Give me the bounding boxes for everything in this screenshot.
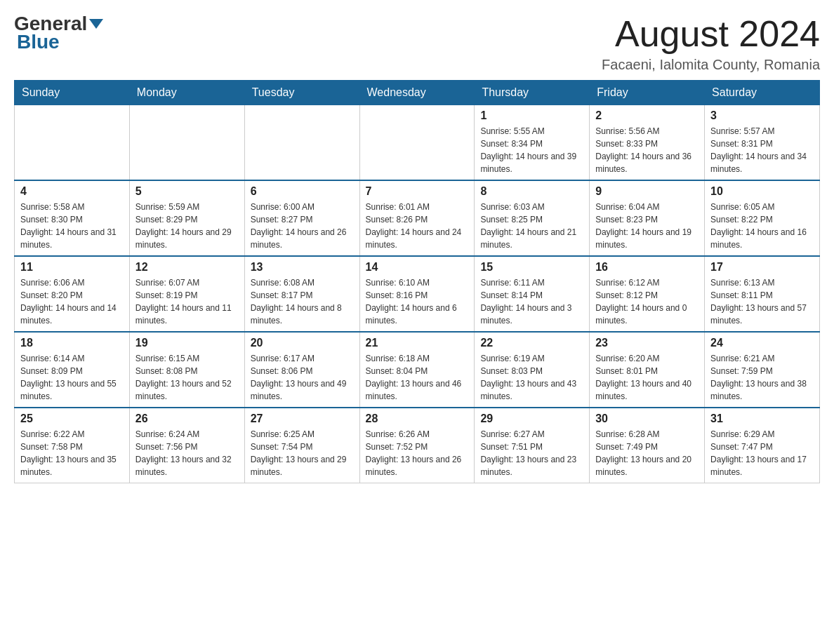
day-info: Sunrise: 6:07 AMSunset: 8:19 PMDaylight:… (135, 276, 239, 327)
day-info: Sunrise: 6:12 AMSunset: 8:12 PMDaylight:… (595, 276, 699, 327)
day-number: 24 (710, 337, 814, 349)
logo-arrow-icon (89, 19, 103, 29)
day-info: Sunrise: 6:06 AMSunset: 8:20 PMDaylight:… (20, 276, 124, 327)
calendar-cell: 7Sunrise: 6:01 AMSunset: 8:26 PMDaylight… (359, 180, 475, 256)
location: Facaeni, Ialomita County, Romania (602, 57, 820, 73)
calendar-header-monday: Monday (129, 81, 244, 105)
calendar-cell: 22Sunrise: 6:19 AMSunset: 8:03 PMDayligh… (475, 332, 590, 408)
day-info: Sunrise: 6:13 AMSunset: 8:11 PMDaylight:… (710, 276, 814, 327)
day-info: Sunrise: 6:04 AMSunset: 8:23 PMDaylight:… (595, 201, 699, 251)
day-number: 23 (595, 337, 699, 349)
day-number: 25 (20, 412, 124, 425)
day-info: Sunrise: 6:29 AMSunset: 7:47 PMDaylight:… (710, 428, 814, 478)
logo: General Blue (14, 14, 103, 52)
day-info: Sunrise: 6:24 AMSunset: 7:56 PMDaylight:… (135, 428, 239, 478)
day-number: 8 (480, 185, 583, 198)
day-info: Sunrise: 6:27 AMSunset: 7:51 PMDaylight:… (480, 428, 583, 478)
calendar-cell: 19Sunrise: 6:15 AMSunset: 8:08 PMDayligh… (129, 332, 244, 408)
day-info: Sunrise: 6:25 AMSunset: 7:54 PMDaylight:… (251, 428, 354, 478)
day-number: 4 (20, 185, 124, 198)
calendar-cell: 16Sunrise: 6:12 AMSunset: 8:12 PMDayligh… (590, 256, 705, 332)
calendar-cell: 10Sunrise: 6:05 AMSunset: 8:22 PMDayligh… (705, 180, 820, 256)
calendar-cell: 28Sunrise: 6:26 AMSunset: 7:52 PMDayligh… (359, 408, 475, 483)
day-number: 17 (710, 261, 814, 274)
calendar-cell: 11Sunrise: 6:06 AMSunset: 8:20 PMDayligh… (15, 256, 130, 332)
calendar-cell: 20Sunrise: 6:17 AMSunset: 8:06 PMDayligh… (244, 332, 359, 408)
calendar-cell: 8Sunrise: 6:03 AMSunset: 8:25 PMDaylight… (475, 180, 590, 256)
day-number: 22 (480, 337, 583, 349)
calendar-header-thursday: Thursday (475, 81, 590, 105)
day-number: 6 (251, 185, 354, 198)
calendar-cell: 5Sunrise: 5:59 AMSunset: 8:29 PMDaylight… (129, 180, 244, 256)
day-info: Sunrise: 6:22 AMSunset: 7:58 PMDaylight:… (20, 428, 124, 478)
calendar-table: SundayMondayTuesdayWednesdayThursdayFrid… (14, 80, 820, 483)
calendar-cell: 23Sunrise: 6:20 AMSunset: 8:01 PMDayligh… (590, 332, 705, 408)
day-info: Sunrise: 5:55 AMSunset: 8:34 PMDaylight:… (480, 125, 583, 175)
calendar-week-row: 25Sunrise: 6:22 AMSunset: 7:58 PMDayligh… (15, 408, 820, 483)
day-info: Sunrise: 6:11 AMSunset: 8:14 PMDaylight:… (480, 276, 583, 327)
day-number: 7 (366, 185, 469, 198)
day-number: 10 (710, 185, 814, 198)
calendar-cell: 14Sunrise: 6:10 AMSunset: 8:16 PMDayligh… (359, 256, 475, 332)
day-number: 19 (135, 337, 239, 349)
day-info: Sunrise: 6:26 AMSunset: 7:52 PMDaylight:… (366, 428, 469, 478)
page-header: General Blue August 2024 Facaeni, Ialomi… (14, 14, 820, 73)
calendar-header-friday: Friday (590, 81, 705, 105)
day-number: 28 (366, 412, 469, 425)
calendar-cell: 1Sunrise: 5:55 AMSunset: 8:34 PMDaylight… (475, 105, 590, 181)
calendar-header-tuesday: Tuesday (244, 81, 359, 105)
calendar-header-wednesday: Wednesday (359, 81, 475, 105)
calendar-cell: 13Sunrise: 6:08 AMSunset: 8:17 PMDayligh… (244, 256, 359, 332)
day-number: 13 (251, 261, 354, 274)
calendar-cell: 6Sunrise: 6:00 AMSunset: 8:27 PMDaylight… (244, 180, 359, 256)
day-number: 21 (366, 337, 469, 349)
day-number: 26 (135, 412, 239, 425)
day-info: Sunrise: 5:56 AMSunset: 8:33 PMDaylight:… (595, 125, 699, 175)
day-number: 16 (595, 261, 699, 274)
calendar-cell (244, 105, 359, 181)
day-number: 9 (595, 185, 699, 198)
day-info: Sunrise: 5:57 AMSunset: 8:31 PMDaylight:… (710, 125, 814, 175)
day-info: Sunrise: 6:18 AMSunset: 8:04 PMDaylight:… (366, 352, 469, 403)
calendar-cell: 29Sunrise: 6:27 AMSunset: 7:51 PMDayligh… (475, 408, 590, 483)
calendar-cell: 4Sunrise: 5:58 AMSunset: 8:30 PMDaylight… (15, 180, 130, 256)
calendar-cell: 18Sunrise: 6:14 AMSunset: 8:09 PMDayligh… (15, 332, 130, 408)
day-info: Sunrise: 6:05 AMSunset: 8:22 PMDaylight:… (710, 201, 814, 251)
day-number: 1 (480, 109, 583, 122)
calendar-cell: 27Sunrise: 6:25 AMSunset: 7:54 PMDayligh… (244, 408, 359, 483)
day-info: Sunrise: 5:59 AMSunset: 8:29 PMDaylight:… (135, 201, 239, 251)
day-number: 31 (710, 412, 814, 425)
calendar-header-sunday: Sunday (15, 81, 130, 105)
day-number: 15 (480, 261, 583, 274)
title-area: August 2024 Facaeni, Ialomita County, Ro… (602, 14, 820, 73)
calendar-week-row: 18Sunrise: 6:14 AMSunset: 8:09 PMDayligh… (15, 332, 820, 408)
day-info: Sunrise: 6:10 AMSunset: 8:16 PMDaylight:… (366, 276, 469, 327)
calendar-header-saturday: Saturday (705, 81, 820, 105)
day-info: Sunrise: 6:19 AMSunset: 8:03 PMDaylight:… (480, 352, 583, 403)
calendar-cell: 21Sunrise: 6:18 AMSunset: 8:04 PMDayligh… (359, 332, 475, 408)
day-number: 3 (710, 109, 814, 122)
day-info: Sunrise: 6:14 AMSunset: 8:09 PMDaylight:… (20, 352, 124, 403)
day-info: Sunrise: 5:58 AMSunset: 8:30 PMDaylight:… (20, 201, 124, 251)
day-info: Sunrise: 6:15 AMSunset: 8:08 PMDaylight:… (135, 352, 239, 403)
calendar-cell: 17Sunrise: 6:13 AMSunset: 8:11 PMDayligh… (705, 256, 820, 332)
day-info: Sunrise: 6:17 AMSunset: 8:06 PMDaylight:… (251, 352, 354, 403)
day-number: 5 (135, 185, 239, 198)
month-title: August 2024 (602, 14, 820, 54)
calendar-cell (129, 105, 244, 181)
calendar-cell: 24Sunrise: 6:21 AMSunset: 7:59 PMDayligh… (705, 332, 820, 408)
day-info: Sunrise: 6:20 AMSunset: 8:01 PMDaylight:… (595, 352, 699, 403)
day-info: Sunrise: 6:08 AMSunset: 8:17 PMDaylight:… (251, 276, 354, 327)
day-number: 2 (595, 109, 699, 122)
day-number: 14 (366, 261, 469, 274)
day-number: 29 (480, 412, 583, 425)
calendar-cell: 12Sunrise: 6:07 AMSunset: 8:19 PMDayligh… (129, 256, 244, 332)
calendar-cell: 15Sunrise: 6:11 AMSunset: 8:14 PMDayligh… (475, 256, 590, 332)
calendar-header-row: SundayMondayTuesdayWednesdayThursdayFrid… (15, 81, 820, 105)
calendar-cell: 25Sunrise: 6:22 AMSunset: 7:58 PMDayligh… (15, 408, 130, 483)
day-number: 30 (595, 412, 699, 425)
calendar-week-row: 4Sunrise: 5:58 AMSunset: 8:30 PMDaylight… (15, 180, 820, 256)
calendar-week-row: 1Sunrise: 5:55 AMSunset: 8:34 PMDaylight… (15, 105, 820, 181)
day-number: 18 (20, 337, 124, 349)
day-number: 20 (251, 337, 354, 349)
